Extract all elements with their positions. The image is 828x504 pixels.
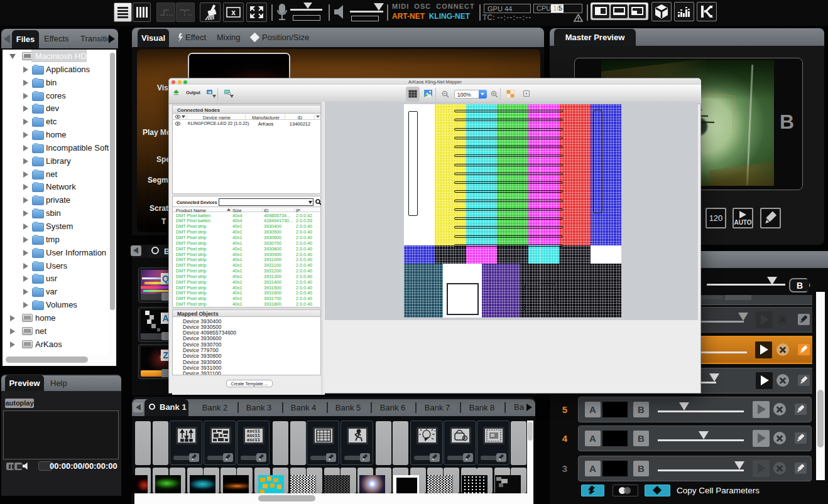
svg-text:x: x (231, 8, 236, 17)
